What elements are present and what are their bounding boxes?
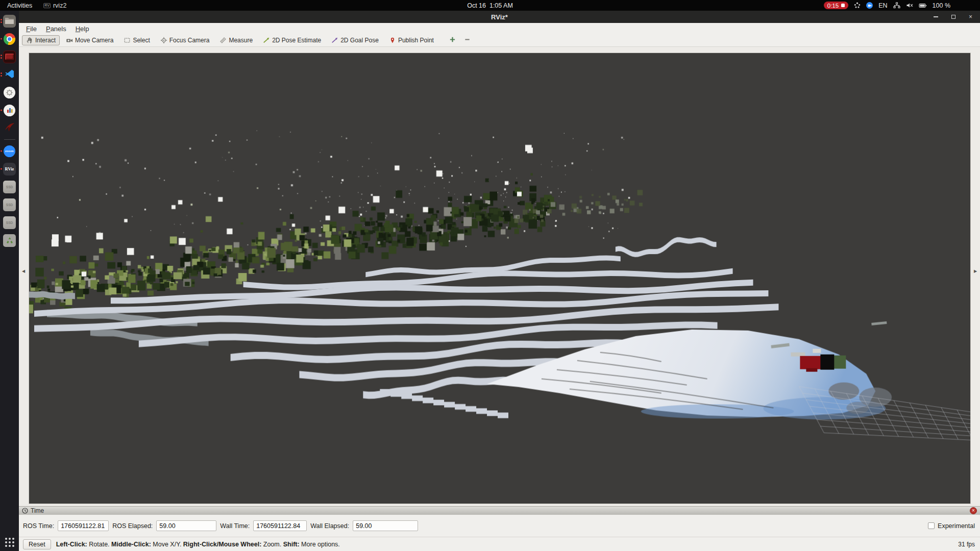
ros-time-label: ROS Time:	[23, 522, 54, 530]
hand-icon	[26, 37, 33, 44]
minimize-button[interactable]	[932, 13, 940, 21]
time-panel-title: Time	[31, 507, 44, 514]
dock-item-utility[interactable]	[3, 104, 16, 117]
menu-panels[interactable]: Panels	[41, 24, 71, 34]
dock-item-trash[interactable]	[3, 234, 16, 247]
tool-move-camera[interactable]: Move Camera	[62, 35, 117, 45]
ssd-drive-icon: SSD	[3, 181, 16, 193]
volume-muted-icon[interactable]	[906, 2, 913, 9]
menu-file[interactable]: File	[21, 24, 41, 34]
dock-item-settings[interactable]	[3, 86, 16, 99]
ros-elapsed-label: ROS Elapsed:	[112, 522, 153, 530]
menu-bar: File Panels Help	[19, 23, 980, 34]
gnome-top-bar: Activities RV rviz2 Oct 16 1:05 AM 0:15 …	[0, 0, 980, 11]
dock-item-ros[interactable]	[3, 121, 16, 135]
dock-item-chromium[interactable]	[3, 32, 16, 45]
running-dots	[1, 19, 2, 23]
3d-viewport[interactable]	[29, 53, 971, 504]
dock-item-red-app[interactable]	[3, 50, 16, 63]
focused-app-menu[interactable]: RV rviz2	[43, 2, 66, 9]
viewport-zone: ◀ ▶	[19, 47, 980, 506]
tool-focus-camera[interactable]: Focus Camera	[156, 35, 214, 45]
dock-item-ssd-2[interactable]: SSD	[3, 198, 16, 211]
ssd-drive-icon: SSD	[3, 198, 16, 211]
ros-icon	[4, 122, 15, 134]
tool-measure[interactable]: Measure	[215, 35, 257, 45]
running-dots	[1, 168, 2, 170]
rviz-window: RViz* × File Panels Help Interact Move C…	[19, 11, 980, 551]
screen-recording-indicator[interactable]: 0:15	[824, 2, 848, 9]
tool-interact[interactable]: Interact	[22, 35, 60, 45]
status-bar: Reset Left-Click: Rotate. Middle-Click: …	[19, 537, 980, 551]
plus-icon	[449, 36, 456, 43]
trash-icon	[3, 234, 16, 247]
focused-app-name: rviz2	[53, 2, 66, 9]
left-panel-handle[interactable]: ◀	[20, 267, 27, 274]
tool-2d-pose-estimate[interactable]: 2D Pose Estimate	[259, 35, 325, 45]
reset-button[interactable]: Reset	[23, 539, 51, 549]
keyboard-layout-indicator[interactable]: EN	[878, 2, 887, 9]
rviz-app-icon: RV	[43, 3, 51, 8]
wall-time-input[interactable]	[253, 520, 307, 531]
desktop: Activities RV rviz2 Oct 16 1:05 AM 0:15 …	[0, 0, 980, 551]
network-icon[interactable]	[893, 2, 900, 9]
running-dots	[1, 38, 2, 40]
stop-recording-icon	[841, 4, 845, 7]
crosshair-icon	[160, 37, 167, 44]
time-panel-body: ROS Time: ROS Elapsed: Wall Time: Wall E…	[19, 515, 980, 537]
tool-publish-point[interactable]: Publish Point	[385, 35, 438, 45]
map-pin-icon	[389, 37, 396, 44]
dock-item-rviz[interactable]: RViz	[3, 162, 16, 176]
window-title: RViz*	[19, 13, 980, 21]
window-titlebar[interactable]: RViz* ×	[19, 11, 980, 23]
time-panel-header[interactable]: Time ×	[19, 506, 980, 515]
settings-icon	[4, 87, 15, 98]
goal-arrow-icon	[331, 37, 338, 44]
tool-bar: Interact Move Camera Select Focus Camera…	[19, 34, 980, 47]
dock-item-ssd-3[interactable]: SSD	[3, 216, 16, 229]
running-dots	[1, 55, 2, 59]
minus-icon	[464, 36, 471, 43]
dock-item-vscode[interactable]	[3, 68, 16, 81]
clock-icon	[22, 508, 28, 514]
tool-select[interactable]: Select	[119, 35, 154, 45]
close-button[interactable]: ×	[966, 13, 975, 21]
selection-box-icon	[124, 37, 131, 44]
experimental-label: Experimental	[938, 522, 975, 530]
right-panel-handle[interactable]: ▶	[972, 267, 978, 274]
pose-arrow-icon	[263, 37, 270, 44]
tool-2d-goal-pose[interactable]: 2D Goal Pose	[327, 35, 383, 45]
ros-elapsed-input[interactable]	[156, 520, 216, 531]
experimental-checkbox[interactable]	[928, 522, 935, 529]
remove-tool-button[interactable]	[464, 36, 471, 44]
show-applications-button[interactable]	[5, 538, 14, 547]
mouse-help-text: Left-Click: Rotate. Middle-Click: Move X…	[56, 541, 340, 548]
ruler-icon	[219, 37, 227, 44]
dock-item-ssd-1[interactable]: SSD	[3, 180, 16, 193]
battery-icon[interactable]	[919, 3, 927, 9]
zoom-icon: zoom	[4, 145, 15, 157]
camera-icon	[66, 37, 73, 44]
add-tool-button[interactable]	[449, 36, 456, 44]
fps-counter: 31 fps	[958, 541, 976, 548]
clock-button[interactable]: Oct 16 1:05 AM	[467, 0, 513, 11]
zoom-tray-icon[interactable]	[866, 2, 873, 9]
chromium-icon	[4, 33, 15, 45]
ros-time-input[interactable]	[58, 520, 109, 531]
wall-elapsed-input[interactable]	[353, 520, 418, 531]
ubuntu-dock: zoom RViz SSD SSD SSD	[0, 11, 19, 551]
ssd-drive-icon: SSD	[3, 216, 16, 229]
battery-percent: 100 %	[933, 2, 950, 9]
utility-app-icon	[4, 105, 15, 116]
dock-item-files[interactable]	[3, 14, 16, 28]
menu-help[interactable]: Help	[71, 24, 94, 34]
time-panel-close-button[interactable]: ×	[970, 507, 977, 514]
dock-separator	[4, 139, 15, 140]
tray-indicator-icon[interactable]	[854, 2, 861, 9]
wall-time-label: Wall Time:	[220, 522, 250, 530]
activities-button[interactable]: Activities	[5, 2, 34, 9]
recording-time: 0:15	[827, 3, 839, 9]
maximize-button[interactable]	[949, 13, 958, 21]
dock-item-zoom[interactable]: zoom	[3, 144, 16, 158]
running-dots	[1, 110, 2, 111]
